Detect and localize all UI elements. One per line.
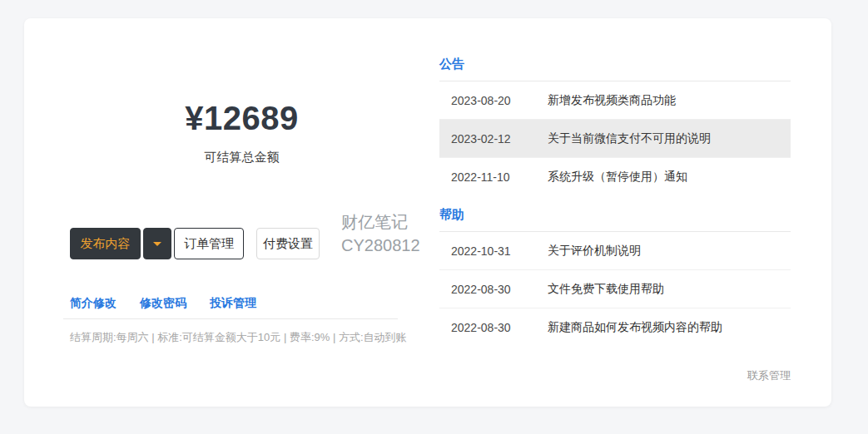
announcements-title: 公告 — [439, 55, 791, 81]
action-button-row: 发布内容 订单管理 付费设置 — [70, 228, 320, 259]
watermark-brand: 财亿笔记 — [341, 210, 420, 234]
help-date: 2022-08-30 — [451, 321, 548, 334]
announcements-list: 2023-08-20 新增发布视频类商品功能 2023-02-12 关于当前微信… — [439, 81, 791, 196]
order-management-button[interactable]: 订单管理 — [174, 228, 244, 259]
quick-links: 简介修改 修改密码 投诉管理 — [70, 294, 256, 311]
announcement-row[interactable]: 2022-11-10 系统升级（暂停使用）通知 — [439, 158, 791, 196]
help-row[interactable]: 2022-10-31 关于评价机制说明 — [439, 232, 791, 270]
payment-settings-button[interactable]: 付费设置 — [256, 228, 320, 259]
help-date: 2022-08-30 — [451, 283, 548, 296]
help-section: 帮助 2022-10-31 关于评价机制说明 2022-08-30 文件免费下载… — [439, 205, 791, 347]
watermark: 财亿笔记 CY280812 — [341, 210, 420, 257]
help-title-text: 文件免费下载使用帮助 — [548, 282, 664, 297]
link-complaint-management[interactable]: 投诉管理 — [210, 294, 256, 311]
announcement-title: 关于当前微信支付不可用的说明 — [548, 131, 711, 146]
settlement-panel: ¥12689 可结算总金额 发布内容 订单管理 付费设置 财亿笔记 CY2808… — [70, 18, 414, 407]
settlement-amount: ¥12689 — [70, 100, 414, 136]
announcement-title: 新增发布视频类商品功能 — [548, 93, 676, 108]
settlement-terms: 结算周期:每周六 | 标准:可结算金额大于10元 | 费率:9% | 方式:自动… — [70, 330, 419, 344]
info-panel: 公告 2023-08-20 新增发布视频类商品功能 2023-02-12 关于当… — [439, 18, 791, 383]
help-title-text: 关于评价机制说明 — [548, 244, 641, 259]
announcement-row[interactable]: 2023-02-12 关于当前微信支付不可用的说明 — [439, 120, 791, 158]
publish-dropdown-toggle[interactable] — [143, 228, 171, 259]
help-row[interactable]: 2022-08-30 文件免费下载使用帮助 — [439, 270, 791, 308]
help-row[interactable]: 2022-08-30 新建商品如何发布视频内容的帮助 — [439, 308, 791, 347]
help-list: 2022-10-31 关于评价机制说明 2022-08-30 文件免费下载使用帮… — [439, 232, 791, 347]
help-title-text: 新建商品如何发布视频内容的帮助 — [548, 320, 722, 335]
announcement-date: 2023-02-12 — [451, 132, 548, 145]
link-change-password[interactable]: 修改密码 — [140, 294, 186, 311]
announcement-title: 系统升级（暂停使用）通知 — [548, 170, 687, 185]
divider — [63, 318, 398, 319]
settlement-amount-label: 可结算总金额 — [70, 149, 414, 165]
help-title: 帮助 — [439, 205, 791, 232]
dashboard-card: ¥12689 可结算总金额 发布内容 订单管理 付费设置 财亿笔记 CY2808… — [24, 18, 831, 407]
announcement-date: 2022-11-10 — [451, 170, 548, 184]
publish-content-button[interactable]: 发布内容 — [70, 228, 141, 259]
help-date: 2022-10-31 — [451, 244, 548, 258]
announcements-section: 公告 2023-08-20 新增发布视频类商品功能 2023-02-12 关于当… — [439, 55, 791, 196]
watermark-code: CY280812 — [341, 234, 420, 257]
link-profile-edit[interactable]: 简介修改 — [70, 294, 117, 311]
announcement-row[interactable]: 2023-08-20 新增发布视频类商品功能 — [439, 81, 791, 120]
chevron-down-icon — [153, 242, 161, 246]
contact-admin-link[interactable]: 联系管理 — [439, 368, 791, 383]
announcement-date: 2023-08-20 — [451, 94, 548, 107]
